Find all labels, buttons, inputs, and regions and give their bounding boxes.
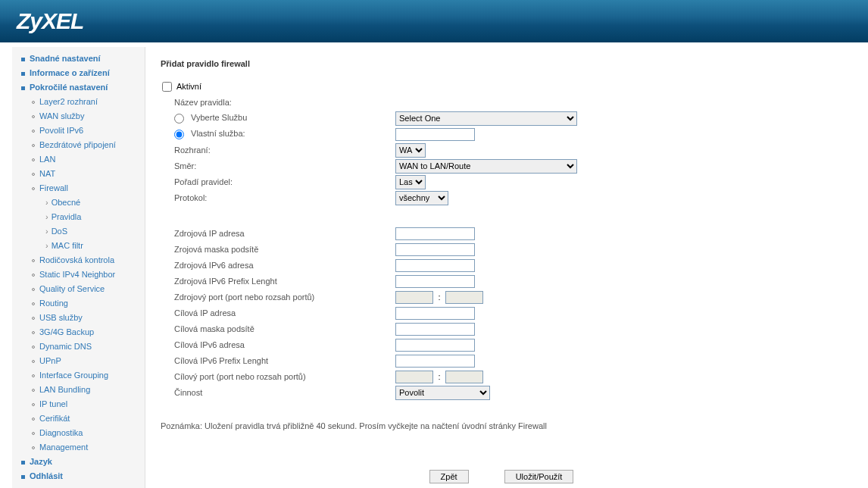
select-service-radio[interactable] xyxy=(174,114,184,124)
dst-ip-label: Cílová IP adresa xyxy=(161,308,395,318)
nav-wan[interactable]: WAN služby xyxy=(39,111,85,120)
dst-ipv6-label: Cílová IPv6 adresa xyxy=(161,340,395,349)
save-button[interactable]: Uložit/Použít xyxy=(504,470,574,483)
nav-usb[interactable]: USB služby xyxy=(39,313,83,322)
src-ip-input[interactable] xyxy=(395,227,475,240)
nav-lan[interactable]: LAN xyxy=(39,155,55,164)
nav-parental[interactable]: Rodičovská kontrola xyxy=(39,255,114,264)
nav-ipv6[interactable]: Povolit IPv6 xyxy=(39,126,83,135)
src-ipv6-label: Zdrojová IPv6 adresa xyxy=(161,261,395,270)
chevron-right-icon: › xyxy=(45,197,48,208)
chevron-right-icon: › xyxy=(45,240,48,252)
direction-select[interactable]: WAN to LAN/Route xyxy=(395,159,577,174)
custom-service-label: Vlastní služba: xyxy=(191,129,245,138)
src-prefix-input[interactable] xyxy=(395,275,475,288)
nav-wireless[interactable]: Bezdrátové připojení xyxy=(39,140,116,149)
dst-prefix-input[interactable] xyxy=(395,355,475,368)
src-mask-label: Zrojová maska podsítě xyxy=(161,245,395,254)
nav-qos[interactable]: Quality of Service xyxy=(39,284,105,293)
dst-ip-input[interactable] xyxy=(395,307,475,320)
nav-diag[interactable]: Diagnostika xyxy=(39,428,83,437)
protocol-select[interactable]: všechny xyxy=(395,191,448,205)
action-label: Činnost xyxy=(161,388,395,397)
src-port-label: Zdrojový port (port nebo rozsah portů) xyxy=(161,292,395,302)
rule-order-label: Pořadí pravidel: xyxy=(161,177,395,186)
nav-fw-mac[interactable]: MAC filtr xyxy=(52,241,83,250)
dst-port-from-input[interactable] xyxy=(395,371,433,383)
nav-language[interactable]: Jazyk xyxy=(30,457,52,466)
nav-layer2[interactable]: Layer2 rozhraní xyxy=(39,97,98,106)
interface-label: Rozhraní: xyxy=(161,145,395,155)
sidebar-nav: Snadné nastavení Informace o zařízení Po… xyxy=(12,47,145,488)
page-title: Přidat pravidlo firewall xyxy=(161,59,842,68)
src-mask-input[interactable] xyxy=(395,243,475,256)
src-ip-label: Zdrojová IP adresa xyxy=(161,229,395,238)
nav-static-ipv4[interactable]: Static IPv4 Neighbor xyxy=(39,270,115,279)
protocol-label: Protokol: xyxy=(161,193,395,202)
port-separator: : xyxy=(436,292,443,302)
content-panel: Přidat pravidlo firewall Aktivní Název p… xyxy=(145,47,857,488)
rule-name-label: Název pravidla: xyxy=(161,98,395,107)
nav-advanced[interactable]: Pokročilé nastavení xyxy=(30,83,108,92)
app-header: ZyXEL xyxy=(0,0,868,42)
active-label: Aktivní xyxy=(176,82,201,91)
service-select[interactable]: Select One xyxy=(395,111,577,126)
dst-mask-input[interactable] xyxy=(395,323,475,336)
dst-port-label: Cílový port (port nebo rozsah portů) xyxy=(161,372,395,381)
nav-3g4g[interactable]: 3G/4G Backup xyxy=(39,327,94,336)
select-service-label: Vyberte Službu xyxy=(191,113,247,122)
nav-logout[interactable]: Odhlásit xyxy=(30,471,63,480)
nav-fw-rules[interactable]: Pravidla xyxy=(52,212,82,221)
nav-upnp[interactable]: UPnP xyxy=(39,356,61,365)
action-select[interactable]: Povolit xyxy=(395,386,490,400)
brand-logo: ZyXEL xyxy=(17,8,83,34)
src-ipv6-input[interactable] xyxy=(395,259,475,272)
dst-ipv6-input[interactable] xyxy=(395,339,475,352)
custom-service-input[interactable] xyxy=(395,128,475,141)
custom-service-radio[interactable] xyxy=(174,130,184,139)
src-prefix-label: Zdrojová IPv6 Prefix Lenght xyxy=(161,277,395,286)
nav-firewall[interactable]: Firewall xyxy=(39,183,68,192)
direction-label: Směr: xyxy=(161,161,395,170)
chevron-right-icon: › xyxy=(45,226,48,237)
dst-prefix-label: Cílová IPv6 Prefix Lenght xyxy=(161,356,395,365)
nav-fw-dos[interactable]: DoS xyxy=(52,227,67,236)
nav-cert[interactable]: Cerifikát xyxy=(39,414,70,423)
nav-routing[interactable]: Routing xyxy=(39,299,68,308)
nav-fw-general[interactable]: Obecné xyxy=(52,198,81,207)
src-port-to-input[interactable] xyxy=(445,291,483,304)
nav-ifgroup[interactable]: Interface Grouping xyxy=(39,371,108,380)
save-note: Poznámka: Uložení pravidla trvá přibližn… xyxy=(161,421,842,430)
chevron-right-icon: › xyxy=(45,211,48,223)
nav-easy-setup[interactable]: Snadné nastavení xyxy=(30,54,101,63)
nav-mgmt[interactable]: Management xyxy=(39,443,88,452)
nav-lanbundle[interactable]: LAN Bundling xyxy=(39,385,90,394)
back-button[interactable]: Zpět xyxy=(429,470,469,483)
interface-select[interactable]: WAN xyxy=(395,143,426,158)
nav-device-info[interactable]: Informace o zařízení xyxy=(30,68,110,77)
nav-iptunnel[interactable]: IP tunel xyxy=(39,399,67,408)
port-separator: : xyxy=(436,372,443,381)
nav-nat[interactable]: NAT xyxy=(39,169,55,178)
nav-dyndns[interactable]: Dynamic DNS xyxy=(39,342,92,351)
active-checkbox[interactable] xyxy=(162,82,172,92)
src-port-from-input[interactable] xyxy=(395,291,433,304)
rule-order-select[interactable]: Last xyxy=(395,175,426,189)
dst-port-to-input[interactable] xyxy=(445,371,483,383)
dst-mask-label: Cílová maska podsítě xyxy=(161,324,395,333)
